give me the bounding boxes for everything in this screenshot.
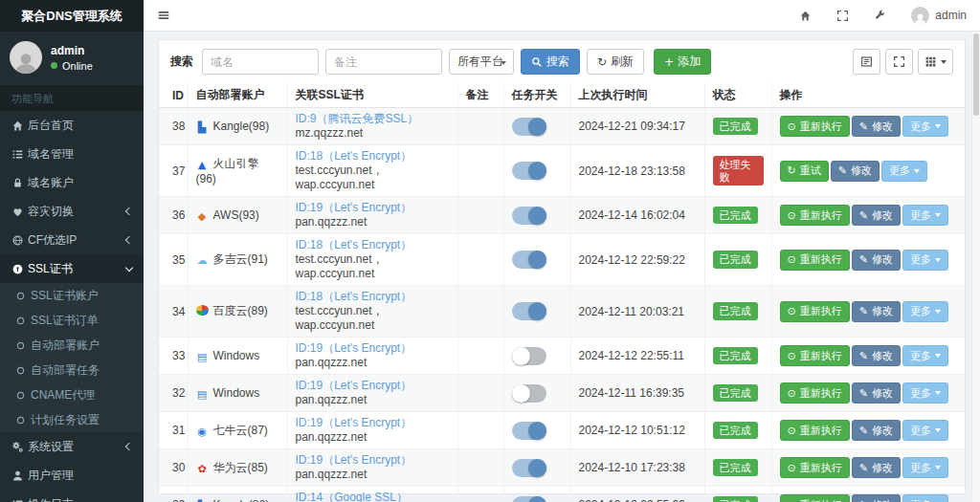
ssl-cert-link[interactable]: ID:9（腾讯云免费SSL） bbox=[296, 112, 450, 126]
caret-down-icon bbox=[935, 124, 941, 128]
domain-search-input[interactable] bbox=[202, 49, 319, 75]
ssl-cert-link[interactable]: ID:18（Let's Encrypt） bbox=[296, 149, 450, 164]
task-toggle[interactable] bbox=[512, 347, 546, 365]
re-execute-button[interactable]: ⊙重新执行 bbox=[780, 116, 850, 137]
re-execute-button[interactable]: ⊙重新执行 bbox=[780, 345, 850, 366]
sidebar-item-cf-ip[interactable]: CF优选IP bbox=[0, 226, 144, 254]
sidebar-item-dashboard[interactable]: 后台首页 bbox=[0, 111, 144, 140]
home-icon bbox=[11, 120, 28, 132]
sidebar-item-domain-account[interactable]: 域名账户 bbox=[0, 168, 144, 197]
sidebar-item-ssl-accounts[interactable]: SSL证书账户 bbox=[0, 283, 144, 308]
note-search-input[interactable] bbox=[325, 49, 442, 75]
ssl-cert-link[interactable]: ID:18（Let's Encrypt） bbox=[296, 238, 450, 252]
columns-button[interactable] bbox=[918, 49, 953, 75]
fullscreen-table-button[interactable] bbox=[885, 49, 913, 75]
play-circle-icon: ⊙ bbox=[788, 463, 796, 473]
more-button[interactable]: 更多 bbox=[902, 494, 948, 502]
task-toggle[interactable] bbox=[512, 118, 546, 136]
sidebar-item-system-settings[interactable]: 系统设置 bbox=[0, 432, 144, 461]
sidebar-item-ssl-orders[interactable]: SSL证书订单 bbox=[0, 308, 144, 333]
task-toggle[interactable] bbox=[512, 496, 546, 502]
re-execute-button[interactable]: ⊙重新执行 bbox=[780, 301, 850, 322]
edit-button[interactable]: ✎修改 bbox=[852, 116, 901, 137]
more-button[interactable]: 更多 bbox=[902, 250, 948, 271]
re-execute-button[interactable]: ⊙重新执行 bbox=[780, 382, 850, 404]
edit-button[interactable]: ✎修改 bbox=[852, 301, 901, 322]
switch-cell bbox=[503, 338, 570, 375]
edit-button[interactable]: ✎修改 bbox=[852, 457, 901, 478]
fullscreen-icon[interactable] bbox=[836, 10, 849, 22]
ssl-cert-cell: ID:19（Let's Encrypt） pan.qqzzz.net bbox=[287, 449, 457, 487]
note-cell bbox=[457, 145, 503, 197]
sidebar-item-domain-manage[interactable]: 域名管理 bbox=[0, 140, 144, 168]
task-toggle[interactable] bbox=[512, 251, 546, 269]
more-button[interactable]: 更多 bbox=[902, 301, 948, 322]
hamburger-menu-icon[interactable] bbox=[157, 9, 170, 22]
re-execute-button[interactable]: ⊙重新执行 bbox=[780, 457, 850, 478]
row-id: 35 bbox=[159, 234, 188, 286]
home-icon[interactable] bbox=[799, 10, 812, 22]
task-toggle[interactable] bbox=[512, 422, 546, 440]
sidebar-item-ssl-cert[interactable]: SSL证书 bbox=[0, 254, 144, 283]
ssl-cert-link[interactable]: ID:19（Let's Encrypt） bbox=[296, 341, 450, 356]
ops-cell: ⊙重新执行✎修改更多 bbox=[771, 375, 965, 412]
circle-o-icon bbox=[15, 365, 31, 376]
ssl-cert-cell: ID:9（腾讯云免费SSL） mz.qqzzz.net bbox=[287, 108, 457, 145]
sidebar-item-deploy-tasks[interactable]: 自动部署任务 bbox=[0, 358, 144, 382]
sidebar-item-user-manage[interactable]: 用户管理 bbox=[0, 461, 144, 490]
caret-down-icon bbox=[935, 354, 941, 358]
ssl-cert-link[interactable]: ID:14（Google SSL） bbox=[296, 491, 450, 502]
task-toggle[interactable] bbox=[512, 459, 546, 477]
page-scrollbar[interactable] bbox=[971, 32, 980, 502]
task-toggle[interactable] bbox=[512, 207, 546, 225]
add-button[interactable]: + 添加 bbox=[654, 49, 711, 75]
sidebar-item-op-logs[interactable]: 操作日志 bbox=[0, 490, 144, 502]
re-execute-button[interactable]: ⊙重新执行 bbox=[780, 205, 850, 226]
task-toggle[interactable] bbox=[512, 162, 546, 180]
wrench-icon[interactable] bbox=[874, 10, 886, 22]
refresh-button[interactable]: ↻ 刷新 bbox=[587, 49, 644, 75]
search-button[interactable]: 搜索 bbox=[521, 49, 580, 75]
sidebar-item-deploy-accounts[interactable]: 自动部署账户 bbox=[0, 333, 144, 358]
account-label: AWS(93) bbox=[213, 208, 259, 222]
sidebar-item-cname-proxy[interactable]: CNAME代理 bbox=[0, 382, 144, 407]
table-row: 29 ▙Kangle(86) ID:14（Google SSL） cdn.66z… bbox=[159, 487, 965, 502]
platform-select[interactable]: 所有平台 bbox=[449, 49, 514, 75]
note-cell bbox=[457, 449, 503, 487]
platform-icon: ☁ bbox=[196, 255, 209, 266]
edit-button[interactable]: ✎修改 bbox=[852, 420, 901, 441]
more-button[interactable]: 更多 bbox=[881, 161, 927, 182]
chevron-left-icon bbox=[125, 443, 133, 450]
ssl-cert-link[interactable]: ID:18（Let's Encrypt） bbox=[296, 290, 450, 304]
re-execute-button[interactable]: ⊙重新执行 bbox=[780, 420, 850, 441]
sidebar-item-failover[interactable]: 容灾切换 bbox=[0, 197, 144, 226]
more-button[interactable]: 更多 bbox=[902, 345, 948, 366]
edit-button[interactable]: ✎修改 bbox=[852, 345, 901, 366]
task-toggle[interactable] bbox=[512, 302, 546, 320]
ssl-cert-link[interactable]: ID:19（Let's Encrypt） bbox=[296, 201, 450, 215]
ssl-cert-link[interactable]: ID:19（Let's Encrypt） bbox=[296, 416, 450, 430]
task-toggle[interactable] bbox=[512, 384, 546, 403]
user-menu[interactable]: admin bbox=[911, 7, 967, 25]
re-execute-button[interactable]: ⊙重新执行 bbox=[780, 250, 850, 271]
edit-button[interactable]: ✎修改 bbox=[852, 205, 901, 226]
more-button[interactable]: 更多 bbox=[902, 420, 948, 441]
user-icon bbox=[11, 469, 28, 482]
re-execute-button[interactable]: ↻重试 bbox=[780, 161, 829, 182]
sidebar-item-cron-settings[interactable]: 计划任务设置 bbox=[0, 407, 144, 432]
detail-view-button[interactable] bbox=[853, 49, 880, 75]
circle-o-icon bbox=[15, 390, 31, 401]
edit-button[interactable]: ✎修改 bbox=[852, 494, 901, 502]
ssl-cert-link[interactable]: ID:19（Let's Encrypt） bbox=[296, 453, 450, 468]
scrollbar-thumb[interactable] bbox=[973, 33, 979, 116]
re-execute-button[interactable]: ⊙重新执行 bbox=[780, 494, 850, 502]
ssl-cert-link[interactable]: ID:19（Let's Encrypt） bbox=[296, 379, 450, 393]
more-button[interactable]: 更多 bbox=[902, 116, 948, 137]
more-button[interactable]: 更多 bbox=[902, 382, 948, 404]
more-button[interactable]: 更多 bbox=[902, 205, 948, 226]
edit-button[interactable]: ✎修改 bbox=[852, 382, 901, 404]
play-circle-icon: ⊙ bbox=[788, 388, 796, 399]
edit-button[interactable]: ✎修改 bbox=[852, 250, 901, 271]
edit-button[interactable]: ✎修改 bbox=[831, 161, 880, 182]
more-button[interactable]: 更多 bbox=[902, 457, 948, 478]
